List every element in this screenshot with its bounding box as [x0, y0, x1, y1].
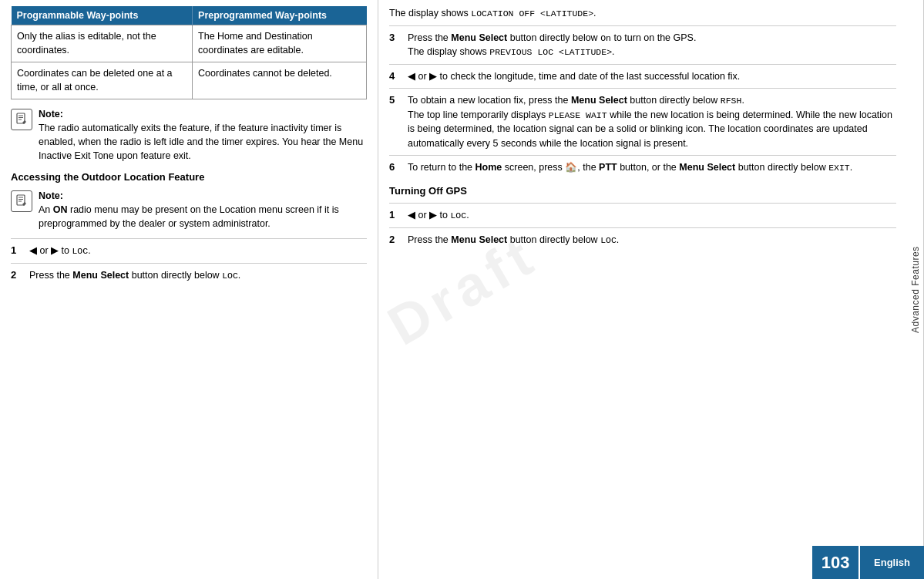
- table-col1-header: Programmable Way-points: [12, 6, 193, 25]
- step-content: ◀ or ▶ to LOC.: [408, 208, 896, 223]
- left-step-2: 2 Press the Menu Select button directly …: [11, 263, 367, 288]
- note-label-2: Note:: [39, 190, 63, 201]
- table-cell: Only the alias is editable, not the coor…: [12, 25, 193, 62]
- table-cell: The Home and Destination coordinates are…: [193, 25, 367, 62]
- turning-off-section: Turning Off GPS 1 ◀ or ▶ to LOC. 2 Press…: [389, 185, 896, 251]
- language-label: English: [860, 546, 924, 579]
- step-num: 5: [389, 93, 402, 106]
- step-num: 2: [389, 233, 402, 245]
- waypoints-table: Programmable Way-points Preprogrammed Wa…: [11, 6, 367, 99]
- step-content: Press the Menu Select button directly be…: [408, 31, 896, 59]
- step-num: 1: [11, 244, 23, 256]
- intro-content: The display shows LOCATION OFF <LATITUDE…: [389, 6, 896, 21]
- step-num: 2: [11, 268, 23, 281]
- step-content: To obtain a new location fix, press the …: [408, 93, 896, 150]
- left-step-1: 1 ◀ or ▶ to LOC.: [11, 238, 367, 263]
- note-box-2: Note: An ON radio menu may be present on…: [11, 189, 367, 231]
- note-text-1: Note: The radio automatically exits the …: [39, 107, 367, 163]
- step-num: 4: [389, 69, 402, 82]
- right-step-6: 6 To return to the Home screen, press 🏠,…: [389, 155, 896, 180]
- table-cell: Coordinates can be deleted one at a time…: [12, 62, 193, 99]
- turn-off-step-1: 1 ◀ or ▶ to LOC.: [389, 203, 896, 227]
- right-content-area: The display shows LOCATION OFF <LATITUDE…: [378, 0, 907, 579]
- step-content: Press the Menu Select button directly be…: [29, 268, 367, 283]
- left-content-area: Programmable Way-points Preprogrammed Wa…: [0, 0, 378, 579]
- note-label-1: Note:: [39, 109, 63, 120]
- note-icon-2: [11, 190, 32, 212]
- note-text-2: Note: An ON radio menu may be present on…: [39, 189, 367, 231]
- step-content: ◀ or ▶ to check the longitude, time and …: [408, 69, 896, 83]
- step-content: ◀ or ▶ to LOC.: [29, 244, 367, 258]
- sidebar-label: Advanced Features: [907, 0, 924, 579]
- right-step-5: 5 To obtain a new location fix, press th…: [389, 88, 896, 155]
- page-number: 103: [812, 546, 858, 579]
- table-row: Only the alias is editable, not the coor…: [12, 25, 367, 62]
- intro-line: The display shows LOCATION OFF <LATITUDE…: [389, 6, 896, 25]
- pencil-icon: [15, 113, 29, 126]
- step-content: Press the Menu Select button directly be…: [408, 233, 896, 247]
- note-content-1: The radio automatically exits the featur…: [39, 123, 363, 161]
- step-num: 1: [389, 208, 402, 220]
- note-content-2: An ON radio menu may be present on the L…: [39, 204, 339, 229]
- step-num: 6: [389, 160, 402, 173]
- step-num: 3: [389, 31, 402, 43]
- note-box-1: Note: The radio automatically exits the …: [11, 107, 367, 163]
- step-content: To return to the Home screen, press 🏠, t…: [408, 160, 896, 175]
- table-row: Coordinates can be deleted one at a time…: [12, 62, 367, 99]
- turn-off-step-2: 2 Press the Menu Select button directly …: [389, 227, 896, 252]
- table-col2-header: Preprogrammed Way-points: [193, 6, 367, 25]
- right-step-4: 4 ◀ or ▶ to check the longitude, time an…: [389, 64, 896, 88]
- table-cell: Coordinates cannot be deleted.: [193, 62, 367, 99]
- turning-off-heading: Turning Off GPS: [389, 185, 896, 197]
- note-icon-1: [11, 109, 32, 130]
- bottom-bar: 103 English: [812, 546, 924, 579]
- pencil-icon-2: [15, 194, 29, 208]
- section-heading: Accessing the Outdoor Location Feature: [11, 171, 367, 183]
- right-step-3: 3 Press the Menu Select button directly …: [389, 25, 896, 64]
